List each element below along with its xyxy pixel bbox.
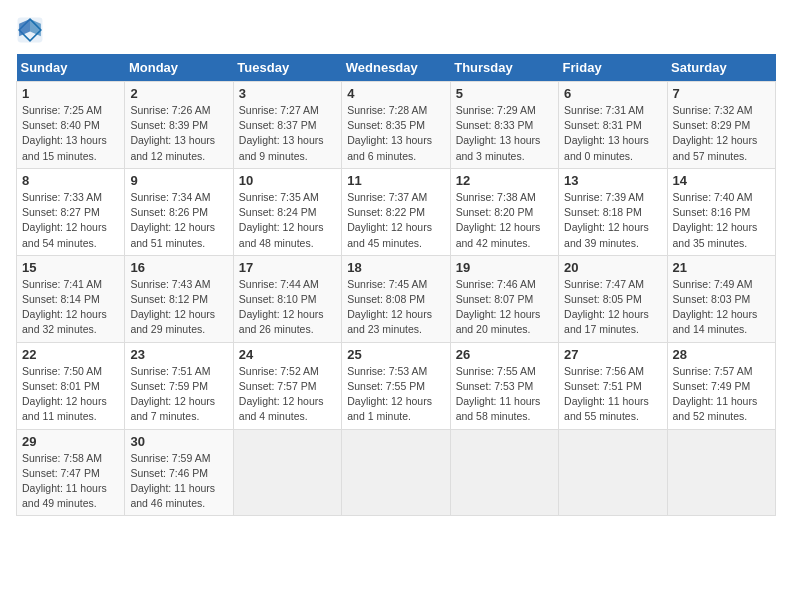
header-tuesday: Tuesday <box>233 54 341 82</box>
day-info: Sunrise: 7:41 AMSunset: 8:14 PMDaylight:… <box>22 277 119 338</box>
calendar-cell: 18Sunrise: 7:45 AMSunset: 8:08 PMDayligh… <box>342 255 450 342</box>
calendar-cell: 25Sunrise: 7:53 AMSunset: 7:55 PMDayligh… <box>342 342 450 429</box>
day-number: 29 <box>22 434 119 449</box>
day-number: 30 <box>130 434 227 449</box>
day-info: Sunrise: 7:26 AMSunset: 8:39 PMDaylight:… <box>130 103 227 164</box>
calendar-cell: 4Sunrise: 7:28 AMSunset: 8:35 PMDaylight… <box>342 82 450 169</box>
day-info: Sunrise: 7:37 AMSunset: 8:22 PMDaylight:… <box>347 190 444 251</box>
day-info: Sunrise: 7:44 AMSunset: 8:10 PMDaylight:… <box>239 277 336 338</box>
calendar-cell: 3Sunrise: 7:27 AMSunset: 8:37 PMDaylight… <box>233 82 341 169</box>
day-info: Sunrise: 7:29 AMSunset: 8:33 PMDaylight:… <box>456 103 553 164</box>
day-info: Sunrise: 7:51 AMSunset: 7:59 PMDaylight:… <box>130 364 227 425</box>
calendar-cell: 1Sunrise: 7:25 AMSunset: 8:40 PMDaylight… <box>17 82 125 169</box>
day-info: Sunrise: 7:46 AMSunset: 8:07 PMDaylight:… <box>456 277 553 338</box>
calendar-cell <box>667 429 775 516</box>
day-info: Sunrise: 7:32 AMSunset: 8:29 PMDaylight:… <box>673 103 770 164</box>
day-number: 25 <box>347 347 444 362</box>
calendar-cell: 5Sunrise: 7:29 AMSunset: 8:33 PMDaylight… <box>450 82 558 169</box>
calendar-cell <box>450 429 558 516</box>
calendar-cell: 24Sunrise: 7:52 AMSunset: 7:57 PMDayligh… <box>233 342 341 429</box>
calendar-cell: 26Sunrise: 7:55 AMSunset: 7:53 PMDayligh… <box>450 342 558 429</box>
day-info: Sunrise: 7:43 AMSunset: 8:12 PMDaylight:… <box>130 277 227 338</box>
day-info: Sunrise: 7:25 AMSunset: 8:40 PMDaylight:… <box>22 103 119 164</box>
calendar-header-row: SundayMondayTuesdayWednesdayThursdayFrid… <box>17 54 776 82</box>
day-number: 15 <box>22 260 119 275</box>
day-number: 18 <box>347 260 444 275</box>
calendar-cell: 7Sunrise: 7:32 AMSunset: 8:29 PMDaylight… <box>667 82 775 169</box>
day-info: Sunrise: 7:45 AMSunset: 8:08 PMDaylight:… <box>347 277 444 338</box>
calendar-cell: 19Sunrise: 7:46 AMSunset: 8:07 PMDayligh… <box>450 255 558 342</box>
day-info: Sunrise: 7:47 AMSunset: 8:05 PMDaylight:… <box>564 277 661 338</box>
day-number: 21 <box>673 260 770 275</box>
day-number: 23 <box>130 347 227 362</box>
day-info: Sunrise: 7:38 AMSunset: 8:20 PMDaylight:… <box>456 190 553 251</box>
calendar-cell: 17Sunrise: 7:44 AMSunset: 8:10 PMDayligh… <box>233 255 341 342</box>
header-saturday: Saturday <box>667 54 775 82</box>
header-sunday: Sunday <box>17 54 125 82</box>
day-info: Sunrise: 7:55 AMSunset: 7:53 PMDaylight:… <box>456 364 553 425</box>
day-info: Sunrise: 7:58 AMSunset: 7:47 PMDaylight:… <box>22 451 119 512</box>
day-number: 3 <box>239 86 336 101</box>
day-number: 5 <box>456 86 553 101</box>
day-number: 27 <box>564 347 661 362</box>
day-number: 6 <box>564 86 661 101</box>
calendar-cell: 11Sunrise: 7:37 AMSunset: 8:22 PMDayligh… <box>342 168 450 255</box>
day-info: Sunrise: 7:35 AMSunset: 8:24 PMDaylight:… <box>239 190 336 251</box>
day-info: Sunrise: 7:53 AMSunset: 7:55 PMDaylight:… <box>347 364 444 425</box>
day-number: 22 <box>22 347 119 362</box>
day-number: 20 <box>564 260 661 275</box>
calendar-week-4: 22Sunrise: 7:50 AMSunset: 8:01 PMDayligh… <box>17 342 776 429</box>
calendar-cell: 16Sunrise: 7:43 AMSunset: 8:12 PMDayligh… <box>125 255 233 342</box>
day-number: 28 <box>673 347 770 362</box>
day-info: Sunrise: 7:56 AMSunset: 7:51 PMDaylight:… <box>564 364 661 425</box>
day-number: 2 <box>130 86 227 101</box>
calendar-cell <box>342 429 450 516</box>
day-info: Sunrise: 7:39 AMSunset: 8:18 PMDaylight:… <box>564 190 661 251</box>
day-number: 9 <box>130 173 227 188</box>
day-number: 8 <box>22 173 119 188</box>
day-number: 26 <box>456 347 553 362</box>
day-info: Sunrise: 7:34 AMSunset: 8:26 PMDaylight:… <box>130 190 227 251</box>
calendar-cell: 20Sunrise: 7:47 AMSunset: 8:05 PMDayligh… <box>559 255 667 342</box>
calendar-cell: 9Sunrise: 7:34 AMSunset: 8:26 PMDaylight… <box>125 168 233 255</box>
calendar-week-5: 29Sunrise: 7:58 AMSunset: 7:47 PMDayligh… <box>17 429 776 516</box>
day-number: 4 <box>347 86 444 101</box>
calendar-cell: 2Sunrise: 7:26 AMSunset: 8:39 PMDaylight… <box>125 82 233 169</box>
day-info: Sunrise: 7:28 AMSunset: 8:35 PMDaylight:… <box>347 103 444 164</box>
calendar-cell: 15Sunrise: 7:41 AMSunset: 8:14 PMDayligh… <box>17 255 125 342</box>
header-friday: Friday <box>559 54 667 82</box>
calendar-cell: 30Sunrise: 7:59 AMSunset: 7:46 PMDayligh… <box>125 429 233 516</box>
calendar-week-3: 15Sunrise: 7:41 AMSunset: 8:14 PMDayligh… <box>17 255 776 342</box>
day-info: Sunrise: 7:40 AMSunset: 8:16 PMDaylight:… <box>673 190 770 251</box>
header-thursday: Thursday <box>450 54 558 82</box>
day-number: 17 <box>239 260 336 275</box>
calendar-cell: 29Sunrise: 7:58 AMSunset: 7:47 PMDayligh… <box>17 429 125 516</box>
calendar-cell <box>559 429 667 516</box>
page-header <box>16 16 776 44</box>
header-monday: Monday <box>125 54 233 82</box>
calendar-cell: 12Sunrise: 7:38 AMSunset: 8:20 PMDayligh… <box>450 168 558 255</box>
calendar-cell: 28Sunrise: 7:57 AMSunset: 7:49 PMDayligh… <box>667 342 775 429</box>
day-number: 16 <box>130 260 227 275</box>
day-info: Sunrise: 7:27 AMSunset: 8:37 PMDaylight:… <box>239 103 336 164</box>
calendar-cell: 22Sunrise: 7:50 AMSunset: 8:01 PMDayligh… <box>17 342 125 429</box>
day-info: Sunrise: 7:31 AMSunset: 8:31 PMDaylight:… <box>564 103 661 164</box>
calendar-cell: 10Sunrise: 7:35 AMSunset: 8:24 PMDayligh… <box>233 168 341 255</box>
calendar-cell: 27Sunrise: 7:56 AMSunset: 7:51 PMDayligh… <box>559 342 667 429</box>
calendar-cell: 6Sunrise: 7:31 AMSunset: 8:31 PMDaylight… <box>559 82 667 169</box>
day-number: 1 <box>22 86 119 101</box>
day-number: 14 <box>673 173 770 188</box>
day-number: 11 <box>347 173 444 188</box>
day-info: Sunrise: 7:49 AMSunset: 8:03 PMDaylight:… <box>673 277 770 338</box>
day-number: 7 <box>673 86 770 101</box>
calendar-cell <box>233 429 341 516</box>
day-info: Sunrise: 7:50 AMSunset: 8:01 PMDaylight:… <box>22 364 119 425</box>
calendar-cell: 14Sunrise: 7:40 AMSunset: 8:16 PMDayligh… <box>667 168 775 255</box>
day-number: 24 <box>239 347 336 362</box>
header-wednesday: Wednesday <box>342 54 450 82</box>
day-number: 19 <box>456 260 553 275</box>
calendar-cell: 23Sunrise: 7:51 AMSunset: 7:59 PMDayligh… <box>125 342 233 429</box>
day-info: Sunrise: 7:57 AMSunset: 7:49 PMDaylight:… <box>673 364 770 425</box>
calendar-cell: 13Sunrise: 7:39 AMSunset: 8:18 PMDayligh… <box>559 168 667 255</box>
calendar-week-1: 1Sunrise: 7:25 AMSunset: 8:40 PMDaylight… <box>17 82 776 169</box>
